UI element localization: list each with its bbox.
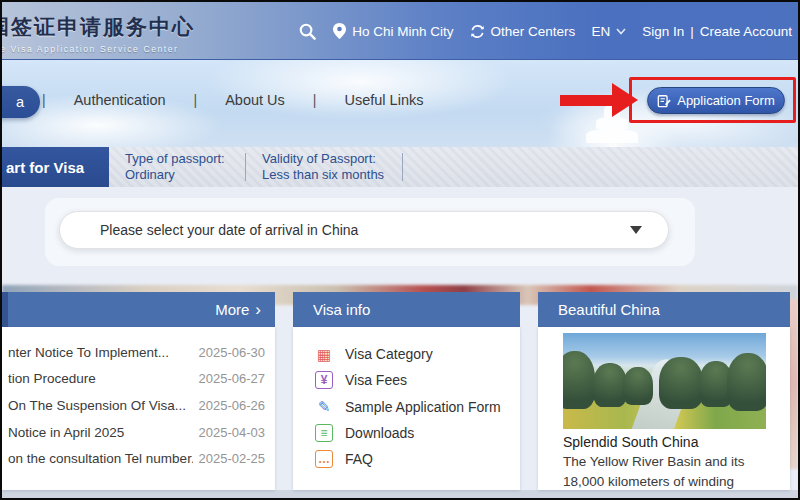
smart-for-visa-label: art for Visa xyxy=(6,159,84,176)
sign-in-link[interactable]: Sign In xyxy=(642,24,684,39)
nav-items: | Authentication | About Us | Useful Lin… xyxy=(42,90,451,110)
photo-mountain xyxy=(659,357,703,409)
language-label: EN xyxy=(591,24,610,39)
news-more-button[interactable]: More › xyxy=(215,301,261,318)
form-edit-icon xyxy=(657,94,671,108)
news-item[interactable]: on the consultation Tel number... 2025-0… xyxy=(2,445,275,472)
top-header: 国签证申请服务中心 ese Visa Application Service C… xyxy=(2,2,798,60)
passport-validity-field[interactable]: Validity of Passport: Less than six mont… xyxy=(254,147,402,187)
main-navbar: a | Authentication | About Us | Useful L… xyxy=(2,60,798,147)
passport-type-value: Ordinary xyxy=(125,167,245,183)
application-form-button[interactable]: Application Form xyxy=(647,87,785,114)
news-item-title: nter Notice To Implement... xyxy=(8,345,169,360)
application-form-label: Application Form xyxy=(677,93,775,108)
nav-item-authentication[interactable]: Authentication xyxy=(46,90,194,110)
visa-fees-link[interactable]: ¥ Visa Fees xyxy=(293,367,520,393)
nav-item-about-us[interactable]: About Us xyxy=(197,90,313,110)
photo-mountain xyxy=(563,351,595,409)
location-pin-icon xyxy=(333,23,346,39)
news-item-title: On The Suspension Of Visa... xyxy=(8,398,186,413)
downloads-document-icon: ≡ xyxy=(315,424,333,442)
chevron-down-icon xyxy=(616,28,626,35)
visa-category-icon: ▦ xyxy=(315,345,333,363)
nav-active-tab-label: a xyxy=(16,94,24,110)
news-item-date: 2025-02-25 xyxy=(199,451,266,466)
arrival-date-panel: Please select your date of arrival in Ch… xyxy=(45,198,695,266)
background-bottom-strip xyxy=(2,490,798,498)
other-centers-label: Other Centers xyxy=(491,24,576,39)
news-item-date: 2025-06-27 xyxy=(199,371,266,386)
visa-fees-icon: ¥ xyxy=(315,371,333,389)
nav-active-tab[interactable]: a xyxy=(0,86,40,118)
arrival-date-placeholder: Please select your date of arrival in Ch… xyxy=(100,222,630,238)
other-centers[interactable]: Other Centers xyxy=(470,24,576,39)
caption-title: Splendid South China xyxy=(563,434,773,450)
sample-application-form-link[interactable]: ✎ Sample Application Form xyxy=(293,394,520,420)
visa-info-list: ▦ Visa Category ¥ Visa Fees ✎ Sample App… xyxy=(293,327,520,490)
visa-category-label: Visa Category xyxy=(345,346,433,362)
photo-mountain xyxy=(623,367,653,405)
faq-label: FAQ xyxy=(345,451,373,467)
passport-type-field[interactable]: Type of passport: Ordinary xyxy=(117,147,245,187)
criteria-divider xyxy=(245,153,246,181)
create-account-link[interactable]: Create Account xyxy=(700,24,792,39)
beautiful-china-photo[interactable] xyxy=(563,333,766,429)
faq-chat-icon: … xyxy=(315,450,333,468)
beautiful-china-header: Beautiful China xyxy=(538,292,790,327)
visa-info-title: Visa info xyxy=(313,301,370,318)
location-selector[interactable]: Ho Chi Minh City xyxy=(333,23,453,39)
downloads-link[interactable]: ≡ Downloads xyxy=(293,420,520,446)
downloads-label: Downloads xyxy=(345,425,414,441)
logo-english-text: ese Visa Application Service Center xyxy=(0,44,195,54)
beautiful-china-card: Splendid South China The Yellow River Ba… xyxy=(538,327,790,490)
news-item-date: 2025-04-03 xyxy=(199,425,266,440)
sample-form-label: Sample Application Form xyxy=(345,399,501,415)
news-item-date: 2025-06-26 xyxy=(199,398,266,413)
news-list: nter Notice To Implement... 2025-06-30 t… xyxy=(2,327,275,490)
beautiful-china-title: Beautiful China xyxy=(558,301,660,318)
main-content: Please select your date of arrival in Ch… xyxy=(2,187,798,498)
nav-item-useful-links[interactable]: Useful Links xyxy=(316,90,451,110)
search-icon[interactable] xyxy=(298,22,317,41)
news-item[interactable]: On The Suspension Of Visa... 2025-06-26 xyxy=(2,392,275,419)
photo-mountain xyxy=(727,353,766,411)
news-item[interactable]: nter Notice To Implement... 2025-06-30 xyxy=(2,339,275,366)
news-more-label: More xyxy=(215,301,249,318)
news-header-edge xyxy=(2,292,8,327)
location-label: Ho Chi Minh City xyxy=(352,24,453,39)
visa-category-link[interactable]: ▦ Visa Category xyxy=(293,341,520,367)
site-logo[interactable]: 国签证申请服务中心 ese Visa Application Service C… xyxy=(0,13,195,54)
switch-centers-icon xyxy=(470,24,485,39)
visa-center-homepage: 国签证申请服务中心 ese Visa Application Service C… xyxy=(0,0,800,500)
news-item-title: on the consultation Tel number... xyxy=(8,451,193,466)
language-selector[interactable]: EN xyxy=(591,24,626,39)
photo-mountain xyxy=(593,363,627,407)
passport-validity-value: Less than six months xyxy=(262,167,402,183)
dropdown-caret-icon xyxy=(630,226,642,234)
passport-validity-label: Validity of Passport: xyxy=(262,151,402,167)
chevron-right-icon: › xyxy=(255,301,261,318)
smart-for-visa-tab[interactable]: art for Visa xyxy=(2,147,109,187)
visa-fees-label: Visa Fees xyxy=(345,372,407,388)
criteria-divider xyxy=(402,153,403,181)
news-item[interactable]: Notice in April 2025 2025-04-03 xyxy=(2,419,275,446)
passport-type-label: Type of passport: xyxy=(125,151,245,167)
arrival-date-select[interactable]: Please select your date of arrival in Ch… xyxy=(59,211,669,249)
caption-body: The Yellow River Basin and its 18,000 ki… xyxy=(563,452,773,490)
logo-chinese-text: 国签证申请服务中心 xyxy=(0,13,195,41)
visa-criteria-bar: art for Visa Type of passport: Ordinary … xyxy=(2,147,798,187)
annotation-arrowhead-icon xyxy=(612,83,638,117)
news-section-header: More › xyxy=(2,292,275,327)
account-links: Sign In | Create Account xyxy=(642,24,792,39)
faq-link[interactable]: … FAQ xyxy=(293,446,520,472)
sample-form-pen-icon: ✎ xyxy=(315,398,333,416)
header-actions: Ho Chi Minh City Other Centers EN xyxy=(298,2,792,60)
visa-info-header: Visa info xyxy=(293,292,520,327)
account-divider: | xyxy=(690,24,694,39)
news-item-date: 2025-06-30 xyxy=(199,345,266,360)
annotation-arrow-icon xyxy=(560,95,614,106)
news-item-title: tion Procedure xyxy=(8,371,96,386)
news-item-title: Notice in April 2025 xyxy=(8,425,124,440)
beautiful-china-caption: Splendid South China The Yellow River Ba… xyxy=(563,434,773,490)
news-item[interactable]: tion Procedure 2025-06-27 xyxy=(2,366,275,393)
